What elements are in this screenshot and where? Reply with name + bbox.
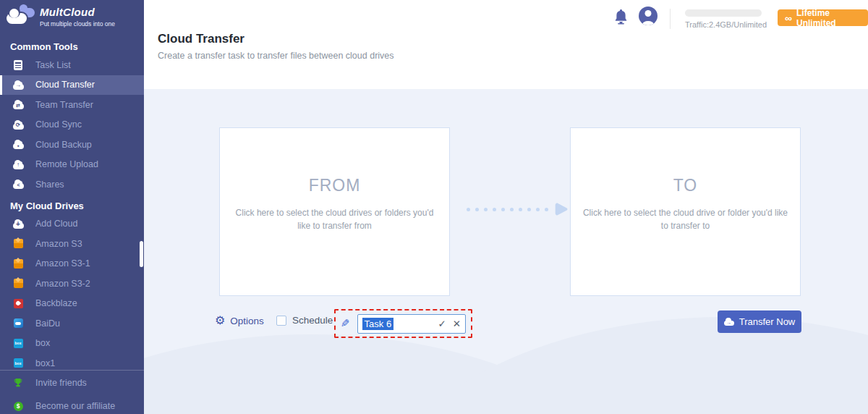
multcloud-app: MultCloud Put multiple clouds into one C…: [0, 0, 868, 414]
from-panel[interactable]: FROM Click here to select the cloud driv…: [219, 127, 450, 296]
schedule-control: Schedule: [276, 315, 333, 326]
sidebar-item-task-list[interactable]: Task List: [0, 55, 144, 75]
amazon-s3-icon: [10, 239, 26, 248]
trophy-icon: [10, 378, 26, 388]
sidebar-footer: Invite friends Become our affiliate: [0, 370, 144, 414]
transfer-now-label: Transfer Now: [739, 316, 796, 327]
traffic-label: Traffic:2.4GB/Unlimited: [685, 20, 765, 29]
cloud-transfer-icon: [10, 80, 26, 90]
page-subtitle: Create a transfer task to transfer files…: [158, 51, 394, 61]
sidebar-item-remote-upload[interactable]: Remote Upload: [0, 155, 144, 175]
task-name-value: Task 6: [362, 318, 394, 330]
section-title-my-cloud-drives: My Cloud Drives: [0, 198, 144, 214]
box-icon: [10, 339, 26, 348]
task-name-editor: ✎ Task 6 ✓ ✕: [334, 309, 472, 338]
from-hint: Click here to select the cloud drives or…: [230, 206, 440, 232]
transfer-now-button[interactable]: Transfer Now: [718, 310, 801, 333]
sidebar-item-shares[interactable]: Shares: [0, 174, 144, 195]
brand-name: MultCloud: [40, 6, 115, 18]
arrow-head-icon: [553, 202, 569, 216]
options-label: Options: [230, 316, 264, 326]
sidebar-item-become-affiliate[interactable]: Become our affiliate: [0, 395, 144, 414]
cloud-transfer-button-icon: [724, 321, 734, 326]
sidebar-item-box[interactable]: box: [0, 334, 144, 354]
from-title: FROM: [309, 176, 361, 195]
infinity-icon: ∞: [785, 12, 792, 24]
logo[interactable]: MultCloud Put multiple clouds into one: [0, 0, 144, 36]
lifetime-unlimited-badge[interactable]: ∞ Lifetime Unlimited: [778, 9, 868, 26]
notifications-bell-icon[interactable]: [613, 8, 629, 28]
confirm-check-icon[interactable]: ✓: [438, 318, 446, 329]
multcloud-logo-icon: [6, 6, 36, 28]
sidebar-item-baidu[interactable]: BaiDu: [0, 313, 144, 334]
add-cloud-icon: [10, 219, 26, 229]
sidebar-item-invite-friends[interactable]: Invite friends: [0, 372, 144, 394]
options-button[interactable]: ⚙ Options: [215, 315, 264, 326]
sidebar-scrollbar[interactable]: [140, 241, 143, 267]
gear-icon: ⚙: [215, 315, 225, 326]
cancel-x-icon[interactable]: ✕: [453, 318, 461, 329]
team-transfer-icon: [10, 100, 26, 109]
schedule-label: Schedule: [292, 315, 333, 326]
sidebar-item-team-transfer[interactable]: Team Transfer: [0, 95, 144, 115]
sidebar-item-cloud-transfer[interactable]: Cloud Transfer: [0, 75, 144, 96]
to-title: TO: [673, 176, 698, 195]
page-title: Cloud Transfer: [158, 32, 244, 46]
brand-tagline: Put multiple clouds into one: [40, 20, 115, 28]
remote-upload-icon: [10, 160, 26, 169]
transfer-direction-arrow: [467, 202, 569, 216]
section-title-common-tools: Common Tools: [0, 39, 144, 55]
task-list-icon: [10, 60, 26, 70]
traffic-progress-bar: [685, 9, 762, 17]
main-area: Cloud Transfer Create a transfer task to…: [144, 0, 868, 414]
sidebar-item-backblaze[interactable]: Backblaze: [0, 294, 144, 314]
dollar-icon: [10, 402, 26, 411]
sidebar-item-cloud-sync[interactable]: Cloud Sync: [0, 115, 144, 135]
edit-pencil-icon[interactable]: ✎: [341, 317, 350, 330]
baidu-icon: [10, 318, 26, 328]
cloud-sync-icon: [10, 120, 26, 130]
schedule-checkbox[interactable]: [276, 316, 286, 326]
task-name-input[interactable]: Task 6 ✓ ✕: [357, 314, 466, 334]
to-panel[interactable]: TO Click here to select the cloud drive …: [570, 127, 801, 296]
box1-icon: [10, 358, 26, 368]
sidebar-item-cloud-backup[interactable]: Cloud Backup: [0, 135, 144, 155]
sidebar-item-amazon-s3-2[interactable]: Amazon S3-2: [0, 274, 144, 294]
sidebar-item-add-cloud[interactable]: Add Cloud: [0, 214, 144, 235]
sidebar-item-amazon-s3[interactable]: Amazon S3: [0, 234, 144, 254]
user-avatar[interactable]: [639, 7, 658, 25]
sidebar-item-amazon-s3-1[interactable]: Amazon S3-1: [0, 254, 144, 274]
header-divider: [670, 9, 671, 29]
cloud-backup-icon: [10, 140, 26, 149]
backblaze-icon: [10, 299, 26, 308]
to-hint: Click here to select the cloud drive or …: [581, 206, 791, 232]
plan-badge-label: Lifetime Unlimited: [796, 8, 861, 28]
traffic-meter: Traffic:2.4GB/Unlimited: [685, 9, 765, 29]
amazon-s3-1-icon: [10, 259, 26, 269]
amazon-s3-2-icon: [10, 279, 26, 288]
shares-icon: [10, 179, 26, 189]
sidebar: MultCloud Put multiple clouds into one C…: [0, 0, 144, 414]
